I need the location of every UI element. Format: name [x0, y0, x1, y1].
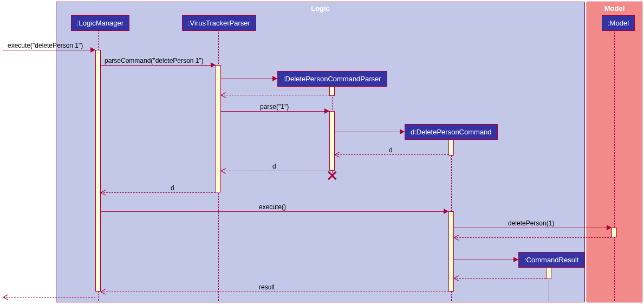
participant-logicmanager: :LogicManager	[71, 15, 129, 31]
arrow-m8	[101, 211, 448, 212]
participant-cr-label: :CommandResult	[524, 256, 578, 264]
activation-dpcp-2	[329, 111, 335, 171]
msg-execute: execute()	[259, 203, 286, 211]
activation-model	[612, 228, 617, 237]
msg-result: result	[259, 283, 275, 291]
participant-virustrackerparser-label: :VirusTrackerParser	[188, 19, 250, 27]
arrowhead-create-dpc	[400, 129, 405, 134]
arrow-create-cr	[454, 260, 518, 260]
participant-model-label: :Model	[608, 19, 629, 27]
msg-deleteperson: deletePerson(1)	[508, 219, 554, 227]
arrow-m6	[221, 171, 329, 171]
arrow-m1	[3, 50, 95, 50]
arrowhead-create-cr	[513, 257, 518, 262]
lifeline-model	[614, 30, 615, 301]
arrow-return-dpcp-create	[221, 95, 329, 95]
arrow-return-model	[454, 237, 612, 238]
arrow-m9	[454, 228, 612, 228]
arrow-m7	[101, 192, 216, 193]
participant-deletepersoncommandparser: :DeletePersonCommandParser	[277, 71, 387, 87]
arrow-m12	[101, 292, 448, 292]
activation-virustrackerparser	[216, 65, 221, 192]
participant-commandresult: :CommandResult	[518, 252, 584, 268]
participant-logicmanager-label: :LogicManager	[77, 19, 123, 27]
msg-d-2: d	[272, 163, 276, 170]
activation-dpc-2	[448, 211, 454, 292]
participant-deletepersoncommand: d:DeletePersonCommand	[405, 124, 498, 140]
activation-dpcp-1	[329, 86, 335, 96]
arrowhead-m8	[444, 209, 448, 214]
activation-logicmanager	[95, 50, 101, 292]
arrow-create-dpc	[335, 132, 405, 132]
arrow-m3	[221, 111, 329, 112]
arrowhead-create-dpcp	[272, 76, 277, 81]
msg-parse1: parse("1")	[260, 103, 289, 111]
arrowhead-m9	[607, 225, 612, 230]
destroy-dpcp	[327, 170, 337, 181]
arrow-m2	[101, 65, 216, 66]
arrowhead-m1	[90, 47, 95, 53]
msg-parsecommand: parseCommand("deletePerson 1")	[105, 57, 204, 64]
frame-model-title: Model	[604, 4, 625, 12]
participant-dpcp-label: :DeletePersonCommandParser	[283, 75, 381, 83]
participant-dpc-label: d:DeletePersonCommand	[411, 128, 492, 136]
participant-virustrackerparser: :VirusTrackerParser	[182, 15, 256, 31]
arrow-m5	[335, 154, 448, 155]
arrow-return-cr	[454, 278, 546, 279]
msg-execute-deleteperson: execute("deletePerson 1")	[8, 42, 83, 49]
participant-model: :Model	[602, 15, 635, 31]
msg-d-1: d	[389, 146, 393, 154]
frame-logic-title: Logic	[311, 4, 330, 12]
msg-d-3: d	[171, 184, 174, 192]
arrowhead-m2	[211, 62, 216, 68]
activation-commandresult	[546, 267, 551, 279]
frame-logic: Logic	[56, 2, 585, 302]
arrow-create-dpcp	[221, 79, 277, 79]
arrow-return-external	[3, 297, 95, 297]
arrowhead-m3	[324, 108, 329, 114]
activation-dpc-1	[448, 139, 454, 156]
